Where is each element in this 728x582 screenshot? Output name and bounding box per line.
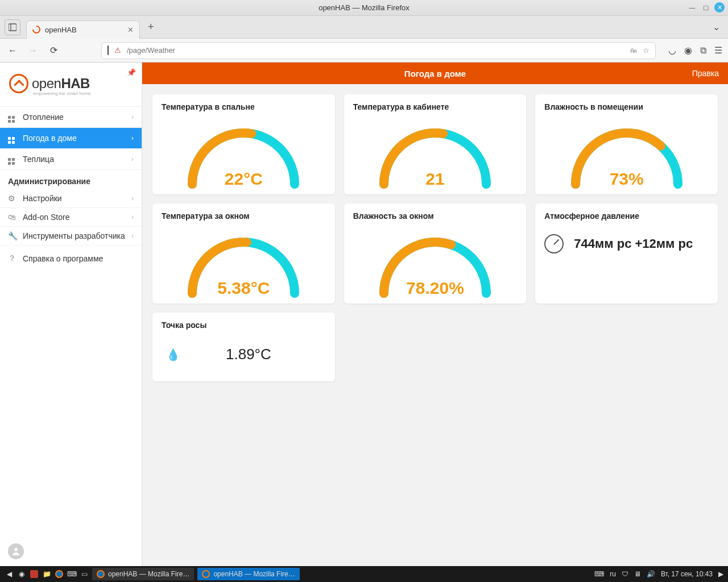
card-dewpoint[interactable]: Точка росы 💧 1.89°C [152, 313, 335, 381]
card-bedroom-temp[interactable]: Температура в спальне 22°C [152, 94, 335, 194]
sidebar-item-label: Отопление [23, 113, 64, 122]
wrench-icon: 🔧 [8, 231, 17, 240]
taskbar-app-firefox-2[interactable]: openHAB — Mozilla Fire… [197, 568, 299, 580]
taskbar-app-label: openHAB — Mozilla Fire… [213, 570, 295, 578]
sidebar-item-about[interactable]: ？ Справка о программе [0, 249, 142, 268]
workspace-icon[interactable]: ▭ [80, 569, 89, 579]
tab-title: openHAB [45, 26, 77, 34]
gauge: 22°C [175, 116, 312, 190]
browser-tabstrip: openHAB ✕ + ⌄ [0, 16, 728, 39]
page-title: Погода в доме [404, 69, 466, 78]
firefox-icon [97, 570, 105, 578]
extensions-icon[interactable]: ⧉ [700, 45, 706, 56]
edit-button[interactable]: Правка [692, 69, 719, 78]
chevron-right-icon: › [131, 213, 134, 221]
gauge: 78.20% [367, 225, 503, 299]
page-header: Погода в доме Правка [142, 63, 728, 84]
browser-tab[interactable]: openHAB ✕ [26, 20, 140, 39]
show-desktop-icon[interactable]: ▶ [718, 570, 723, 578]
insecure-connection-icon[interactable]: ⚠ [114, 46, 121, 55]
window-minimize-button[interactable]: — [687, 2, 697, 13]
sidebar-item-weather-home[interactable]: Погода в доме › [0, 128, 142, 149]
sidebar-item-addons[interactable]: 🛍 Add-on Store › [0, 208, 142, 227]
sidebar-item-label: Погода в доме [23, 134, 77, 143]
content-area: 📌 openHAB empowering the smart home Отоп… [0, 63, 728, 566]
card-title: Атмосферное давление [544, 211, 709, 221]
gauge-value: 78.20% [367, 278, 503, 298]
barometer-icon [544, 234, 564, 253]
pocket-icon[interactable]: ◡ [668, 45, 676, 56]
taskbar-clock[interactable]: Вт, 17 сен, 10:43 [661, 570, 713, 578]
user-avatar[interactable] [0, 537, 142, 566]
sidebar-item-settings[interactable]: ⚙ Настройки › [0, 189, 142, 208]
card-title: Влажность за окном [353, 211, 518, 221]
new-tab-button[interactable]: + [148, 21, 154, 33]
volume-tray-icon[interactable]: 🔊 [647, 570, 655, 578]
bookmark-star-icon[interactable]: ☆ [643, 46, 650, 55]
start-menu-icon[interactable]: ◉ [17, 569, 26, 579]
tracking-protection-icon[interactable] [107, 46, 109, 55]
chevron-right-icon: › [131, 155, 134, 163]
card-title: Точка росы [162, 321, 326, 330]
card-title: Температура за окном [162, 211, 326, 221]
yandex-icon[interactable] [30, 569, 39, 579]
files-icon[interactable]: 📁 [42, 569, 51, 579]
account-icon[interactable]: ◉ [684, 45, 692, 56]
logo-tagline: empowering the smart home [33, 91, 133, 96]
browser-toolbar: ← → ⟳ ⚠ /page/Weather 🗛 ☆ ◡ ◉ ⧉ ☰ [0, 39, 728, 63]
os-taskbar: ◀ ◉ 📁 ⌨ ▭ openHAB — Mozilla Fire… openHA… [0, 566, 728, 582]
address-bar[interactable]: ⚠ /page/Weather 🗛 ☆ [101, 42, 656, 59]
avatar-icon [8, 543, 24, 559]
grid-icon [8, 132, 17, 144]
tab-close-button[interactable]: ✕ [127, 26, 134, 34]
keyboard-layout-label[interactable]: ru [610, 570, 616, 578]
chevron-right-icon: › [131, 232, 134, 240]
tab-favicon [31, 24, 42, 35]
chevron-right-icon: › [131, 134, 134, 142]
chevron-right-icon: › [131, 194, 134, 202]
shield-tray-icon[interactable]: 🛡 [622, 570, 628, 578]
main-panel: Погода в доме Правка Температура в спаль… [142, 63, 728, 566]
app-sidebar: 📌 openHAB empowering the smart home Отоп… [0, 63, 142, 566]
card-pressure[interactable]: Атмосферное давление 744мм рс +12мм рс [535, 203, 718, 304]
sidebar-item-greenhouse[interactable]: Теплица › [0, 149, 142, 170]
svg-point-2 [14, 548, 18, 551]
reload-button[interactable]: ⟳ [47, 45, 60, 56]
card-title: Температура в кабинете [353, 102, 518, 111]
sidebar-item-heating[interactable]: Отопление › [0, 107, 142, 128]
card-office-temp[interactable]: Температура в кабинете 21 [344, 94, 527, 194]
window-title: openHAB — Mozilla Firefox [318, 3, 410, 12]
card-indoor-humidity[interactable]: Влажность в помещении 73% [535, 94, 718, 194]
sidebar-item-dev-tools[interactable]: 🔧 Инструменты разработчика › [0, 227, 142, 246]
card-outdoor-temp[interactable]: Температура за окном 5.38°C [152, 203, 335, 304]
tabs-overflow-button[interactable]: ⌄ [713, 22, 720, 32]
terminal-icon[interactable]: ⌨ [67, 569, 76, 579]
back-button[interactable]: ← [6, 45, 19, 56]
forward-button[interactable]: → [26, 45, 40, 56]
taskbar-app-label: openHAB — Mozilla Fire… [108, 570, 189, 578]
chevron-right-icon: › [131, 113, 134, 121]
firefox-launcher-icon[interactable] [55, 569, 64, 579]
window-maximize-button[interactable]: ▢ [701, 2, 711, 13]
keyboard-layout-icon[interactable]: ⌨ [594, 570, 604, 578]
cards-grid: Температура в спальне 22°C Температура в… [142, 84, 728, 392]
gauge: 73% [559, 116, 695, 190]
logo-block: 📌 openHAB empowering the smart home [0, 63, 142, 107]
card-outdoor-humidity[interactable]: Влажность за окном 78.20% [344, 203, 527, 304]
firefox-icon [202, 570, 210, 578]
logo-text: openHAB [32, 76, 90, 92]
gauge-value: 73% [559, 169, 695, 189]
show-apps-icon[interactable]: ◀ [5, 569, 14, 579]
gauge: 5.38°C [175, 225, 312, 299]
gauge-value: 5.38°C [175, 278, 312, 298]
gauge-value: 21 [367, 169, 503, 189]
translate-icon[interactable]: 🗛 [630, 46, 637, 55]
display-tray-icon[interactable]: 🖥 [634, 570, 641, 578]
taskbar-app-firefox-1[interactable]: openHAB — Mozilla Fire… [92, 568, 194, 580]
pin-sidebar-icon[interactable]: 📌 [127, 68, 136, 77]
dewpoint-value: 1.89°C [226, 346, 271, 363]
browser-sidebar-toggle[interactable] [5, 19, 20, 35]
window-close-button[interactable]: ✕ [714, 2, 725, 13]
pressure-value: 744мм рс +12мм рс [574, 236, 693, 251]
app-menu-button[interactable]: ☰ [714, 45, 722, 56]
